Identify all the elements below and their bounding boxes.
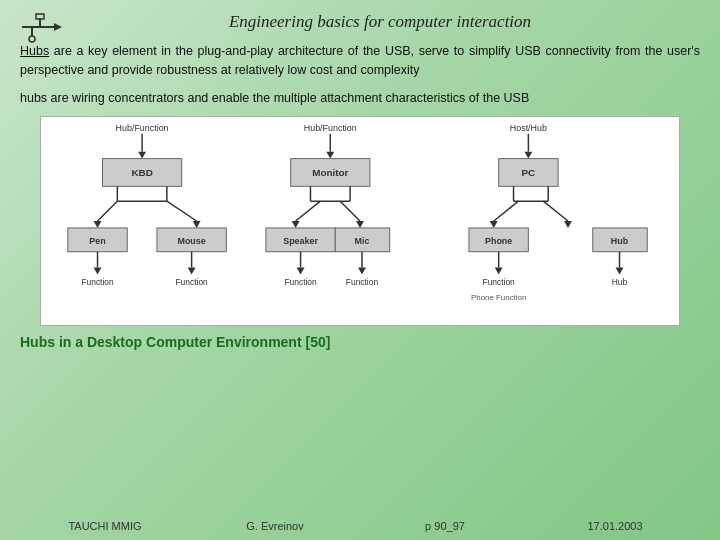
svg-marker-33 — [292, 221, 300, 228]
svg-marker-34 — [356, 221, 364, 228]
svg-marker-63 — [495, 268, 503, 275]
svg-text:Function: Function — [175, 278, 208, 288]
svg-line-38 — [494, 201, 519, 221]
svg-text:Phone Function: Phone Function — [471, 293, 526, 302]
diagram: Hub/Function Hub/Function Host/Hub KBD M… — [40, 116, 680, 326]
svg-text:Function: Function — [81, 278, 114, 288]
svg-marker-14 — [524, 152, 532, 159]
svg-marker-61 — [358, 268, 366, 275]
svg-line-31 — [296, 201, 321, 221]
svg-text:Function: Function — [483, 278, 516, 288]
svg-marker-41 — [564, 221, 572, 228]
svg-marker-59 — [297, 268, 305, 275]
svg-line-39 — [543, 201, 568, 221]
svg-line-25 — [167, 201, 197, 221]
svg-text:Monitor: Monitor — [312, 168, 348, 179]
svg-text:Speaker: Speaker — [283, 236, 318, 246]
svg-text:Pen: Pen — [89, 236, 105, 246]
diagram-caption: Hubs in a Desktop Computer Environment [… — [20, 334, 700, 350]
footer-page: p 90_97 — [360, 520, 530, 532]
svg-marker-27 — [193, 221, 201, 228]
usb-icon — [12, 10, 62, 52]
svg-rect-3 — [36, 14, 44, 19]
svg-marker-1 — [54, 23, 62, 31]
diagram-svg: Hub/Function Hub/Function Host/Hub KBD M… — [41, 117, 679, 325]
svg-text:Mouse: Mouse — [178, 236, 206, 246]
svg-text:PC: PC — [522, 168, 536, 179]
svg-marker-12 — [326, 152, 334, 159]
svg-text:Phone: Phone — [485, 236, 512, 246]
svg-line-32 — [340, 201, 360, 221]
svg-text:Hub: Hub — [612, 278, 628, 288]
footer-date: 17.01.2003 — [530, 520, 700, 532]
svg-marker-26 — [94, 221, 102, 228]
svg-marker-65 — [616, 268, 624, 275]
svg-text:KBD: KBD — [131, 168, 152, 179]
svg-text:Hub: Hub — [611, 236, 629, 246]
svg-text:Mic: Mic — [355, 236, 370, 246]
svg-marker-57 — [188, 268, 196, 275]
footer-author: G. Evreinov — [190, 520, 360, 532]
slide-title: Engineering basics for computer interact… — [20, 12, 700, 32]
svg-text:Function: Function — [284, 278, 317, 288]
svg-marker-55 — [94, 268, 102, 275]
slide: Engineering basics for computer interact… — [0, 0, 720, 540]
svg-point-5 — [29, 36, 35, 42]
footer: TAUCHI MMIG G. Evreinov p 90_97 17.01.20… — [0, 520, 720, 532]
footer-institution: TAUCHI MMIG — [20, 520, 190, 532]
paragraph-1: Hubs are a key element in the plug-and-p… — [20, 42, 700, 81]
svg-line-24 — [98, 201, 118, 221]
svg-text:Host/Hub: Host/Hub — [510, 123, 547, 133]
svg-text:Hub/Function: Hub/Function — [304, 123, 357, 133]
svg-text:Function: Function — [346, 278, 379, 288]
paragraph-1-text: are a key element in the plug-and-play a… — [20, 44, 700, 77]
paragraph-2: hubs are wiring concentrators and enable… — [20, 89, 700, 108]
svg-text:Hub/Function: Hub/Function — [116, 123, 169, 133]
svg-marker-40 — [490, 221, 498, 228]
svg-marker-10 — [138, 152, 146, 159]
